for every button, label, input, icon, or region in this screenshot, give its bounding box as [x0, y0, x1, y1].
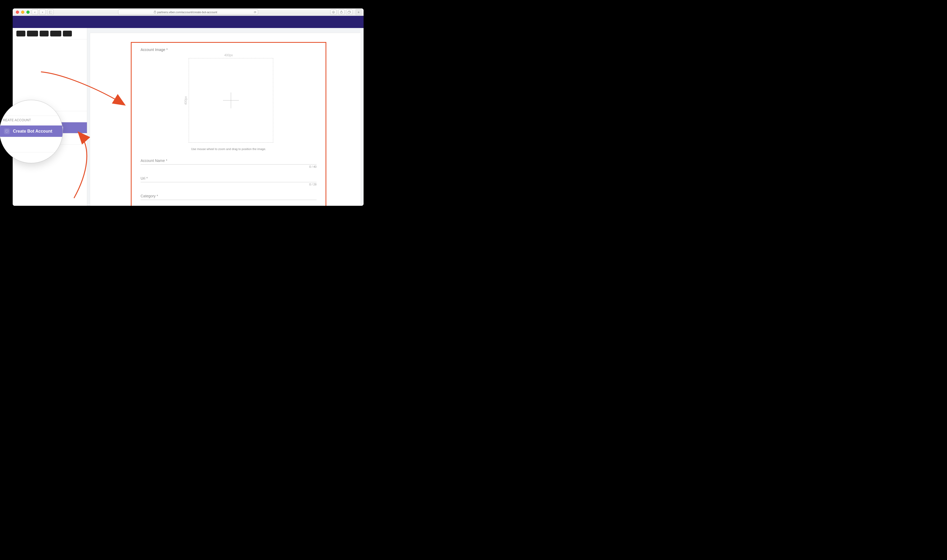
- back-button[interactable]: ‹: [32, 9, 38, 15]
- image-hint: Use mouse wheel to zoom and drag to posi…: [140, 148, 317, 151]
- uri-counter: 0 / 28: [140, 183, 317, 186]
- magnifier-section-label: REATE ACCOUNT: [3, 118, 31, 122]
- sidebar-chip: [16, 31, 25, 37]
- new-tab-button[interactable]: +: [356, 9, 362, 15]
- plus-icon: [223, 92, 239, 108]
- svg-rect-2: [154, 12, 156, 13]
- category-field: Category *: [140, 193, 317, 200]
- page-content: CREATE ACCOUNT Create Bot Account Accoun…: [13, 16, 363, 206]
- account-image-label: Account Image *: [140, 48, 317, 52]
- image-stage: 400px: [140, 58, 317, 143]
- category-select[interactable]: [140, 193, 317, 200]
- share-button[interactable]: [338, 9, 345, 15]
- image-dropzone[interactable]: [189, 58, 273, 143]
- uri-field: Uri * 0 / 28: [140, 175, 317, 186]
- uri-input[interactable]: [140, 175, 317, 182]
- url-text: partners.viber.com/account/create-bot-ac…: [157, 11, 217, 14]
- lock-icon: [154, 11, 156, 14]
- annotation-magnifier: REATE ACCOUNT Create Bot Account: [0, 100, 63, 163]
- main-area: Account Image * 400px 400px Use mouse wh…: [87, 28, 363, 206]
- window-controls: [15, 11, 29, 14]
- downloads-button[interactable]: [330, 9, 337, 15]
- nav-group: ‹ ›: [32, 9, 54, 15]
- sidebar-chip: [40, 31, 49, 37]
- sidebar-chip: [27, 31, 38, 37]
- app-header: [13, 16, 363, 28]
- viber-icon: [4, 128, 10, 134]
- sidebar-chip: [50, 31, 61, 37]
- image-height-hint: 400px: [184, 96, 188, 105]
- browser-titlebar: ‹ › partners.viber.com/account/create-bo…: [13, 8, 363, 16]
- svg-rect-0: [49, 11, 52, 14]
- tabs-button[interactable]: [346, 9, 353, 15]
- address-bar[interactable]: partners.viber.com/account/create-bot-ac…: [118, 9, 258, 15]
- account-name-input[interactable]: [140, 157, 317, 165]
- sidebar-chip: [63, 31, 72, 37]
- magnifier-active-label: Create Bot Account: [13, 129, 52, 134]
- close-window-button[interactable]: [16, 11, 19, 14]
- image-width-hint: 400px: [140, 53, 317, 57]
- toolbar-right: +: [330, 9, 362, 15]
- zoom-window-button[interactable]: [26, 11, 29, 14]
- svg-rect-6: [348, 11, 350, 13]
- magnifier-active-item: Create Bot Account: [0, 125, 63, 137]
- account-name-field: Account Name * 0 / 40: [140, 157, 317, 168]
- reload-button[interactable]: ⟳: [254, 11, 256, 14]
- sidebar-header: [13, 28, 87, 39]
- sidebar-toggle-button[interactable]: [47, 9, 54, 15]
- forward-button[interactable]: ›: [39, 9, 46, 15]
- safari-window: ‹ › partners.viber.com/account/create-bo…: [13, 8, 363, 206]
- account-name-counter: 0 / 40: [140, 165, 317, 168]
- form-card: Account Image * 400px 400px Use mouse wh…: [90, 33, 361, 206]
- form-highlight-box: Account Image * 400px 400px Use mouse wh…: [131, 42, 326, 206]
- minimize-window-button[interactable]: [21, 11, 24, 14]
